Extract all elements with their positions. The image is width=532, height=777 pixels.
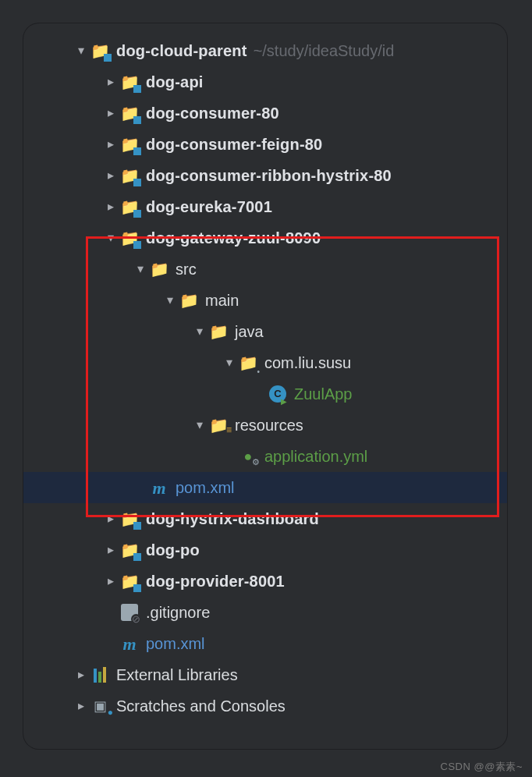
module-row[interactable]: ▸ 📁 dog-consumer-ribbon-hystrix-80 <box>23 160 507 191</box>
chevron-down-icon[interactable]: ▾ <box>132 260 149 279</box>
root-pom-row[interactable]: m pom.xml <box>23 628 507 659</box>
module-row[interactable]: ▸ 📁 dog-consumer-80 <box>23 98 507 129</box>
file-name: .gitignore <box>146 601 210 624</box>
folder-label: src <box>176 257 197 281</box>
module-folder-icon: 📁 <box>119 165 140 186</box>
project-tree[interactable]: ▾ 📁 dog-cloud-parent ~/study/ideaStudy/i… <box>23 23 507 722</box>
scratches-row[interactable]: ▸ ▣ Scratches and Consoles <box>23 690 507 722</box>
maven-icon: m <box>119 633 140 654</box>
chevron-right-icon[interactable]: ▸ <box>102 73 119 91</box>
chevron-right-icon[interactable]: ▸ <box>102 135 119 154</box>
chevron-right-icon[interactable]: ▸ <box>102 541 119 559</box>
maven-icon: m <box>149 477 169 498</box>
chevron-down-icon[interactable]: ▾ <box>161 291 179 310</box>
module-label: dog-consumer-ribbon-hystrix-80 <box>146 164 392 187</box>
package-icon: 📁 <box>238 353 258 373</box>
module-folder-icon: 📁 <box>119 197 140 217</box>
folder-icon: 📁 <box>179 290 199 310</box>
module-row[interactable]: ▸ 📁 dog-po <box>23 534 507 566</box>
file-name: pom.xml <box>176 476 235 499</box>
libraries-icon <box>90 665 110 685</box>
folder-icon: 📁 <box>149 259 169 279</box>
source-folder-icon: 📁 <box>208 321 229 342</box>
chevron-down-icon[interactable]: ▾ <box>191 416 208 435</box>
chevron-right-icon[interactable]: ▸ <box>73 697 90 715</box>
folder-label: resources <box>235 413 303 437</box>
module-row-expanded[interactable]: ▾ 📁 dog-gateway-zuul-8090 <box>23 222 507 254</box>
module-folder-icon: 📁 <box>119 228 140 248</box>
module-label: dog-provider-8001 <box>146 569 285 593</box>
class-file-row[interactable]: ZuulApp <box>23 378 507 410</box>
module-label: dog-eureka-7001 <box>146 195 272 218</box>
scratches-icon: ▣ <box>90 696 110 716</box>
project-path: ~/study/ideaStudy/id <box>254 39 395 62</box>
module-folder-icon: 📁 <box>119 540 140 560</box>
scratches-label: Scratches and Consoles <box>116 694 286 718</box>
module-folder-icon: 📁 <box>119 72 140 92</box>
class-name: ZuulApp <box>294 382 353 406</box>
module-row[interactable]: ▸ 📁 dog-provider-8001 <box>23 566 507 597</box>
module-label: dog-consumer-80 <box>146 101 279 125</box>
resources-folder-row[interactable]: ▾ 📁 resources <box>23 410 507 441</box>
external-libraries-row[interactable]: ▸ External Libraries <box>23 659 507 690</box>
chevron-right-icon[interactable]: ▸ <box>102 104 119 122</box>
src-folder-row[interactable]: ▾ 📁 src <box>23 254 507 285</box>
module-label: dog-consumer-feign-80 <box>146 133 322 156</box>
yml-file-row[interactable]: ● application.yml <box>23 441 507 472</box>
module-row[interactable]: ▸ 📁 dog-eureka-7001 <box>23 191 507 222</box>
package-row[interactable]: ▾ 📁 com.liu.susu <box>23 347 507 378</box>
module-folder-icon: 📁 <box>90 41 110 61</box>
module-row[interactable]: ▸ 📁 dog-consumer-feign-80 <box>23 129 507 160</box>
module-label: dog-gateway-zuul-8090 <box>146 226 321 250</box>
chevron-down-icon[interactable]: ▾ <box>73 41 90 60</box>
gitignore-icon <box>119 602 140 623</box>
chevron-right-icon[interactable]: ▸ <box>102 572 119 591</box>
gitignore-row[interactable]: .gitignore <box>23 597 507 628</box>
module-label: dog-api <box>146 70 204 94</box>
java-class-run-icon <box>268 384 288 404</box>
chevron-right-icon[interactable]: ▸ <box>102 166 119 185</box>
module-label: dog-po <box>146 538 200 562</box>
module-folder-icon: 📁 <box>119 103 140 123</box>
package-label: com.liu.susu <box>264 351 351 374</box>
chevron-down-icon[interactable]: ▾ <box>221 353 238 372</box>
main-folder-row[interactable]: ▾ 📁 main <box>23 285 507 316</box>
root-project-row[interactable]: ▾ 📁 dog-cloud-parent ~/study/ideaStudy/i… <box>23 35 507 66</box>
folder-label: java <box>235 320 264 343</box>
file-name: pom.xml <box>146 632 205 655</box>
module-folder-icon: 📁 <box>119 509 140 529</box>
resources-folder-icon: 📁 <box>208 415 229 435</box>
chevron-right-icon[interactable]: ▸ <box>73 665 90 684</box>
folder-label: main <box>205 289 239 312</box>
file-name: application.yml <box>264 445 367 468</box>
chevron-down-icon[interactable]: ▾ <box>191 322 208 341</box>
chevron-right-icon[interactable]: ▸ <box>102 509 119 528</box>
spring-config-icon: ● <box>238 446 258 467</box>
external-libraries-label: External Libraries <box>116 663 238 687</box>
java-folder-row[interactable]: ▾ 📁 java <box>23 316 507 347</box>
module-folder-icon: 📁 <box>119 571 140 591</box>
chevron-down-icon[interactable]: ▾ <box>102 229 119 247</box>
project-tree-panel: ▾ 📁 dog-cloud-parent ~/study/ideaStudy/i… <box>23 23 507 749</box>
module-folder-icon: 📁 <box>119 134 140 154</box>
module-row[interactable]: ▸ 📁 dog-api <box>23 66 507 98</box>
watermark: CSDN @@素素~ <box>441 760 523 774</box>
pom-file-row-selected[interactable]: m pom.xml <box>23 472 507 503</box>
project-name: dog-cloud-parent <box>116 39 247 62</box>
module-row[interactable]: ▸ 📁 dog-hystrix-dashboard <box>23 503 507 534</box>
module-label: dog-hystrix-dashboard <box>146 507 319 530</box>
chevron-right-icon[interactable]: ▸ <box>102 197 119 216</box>
